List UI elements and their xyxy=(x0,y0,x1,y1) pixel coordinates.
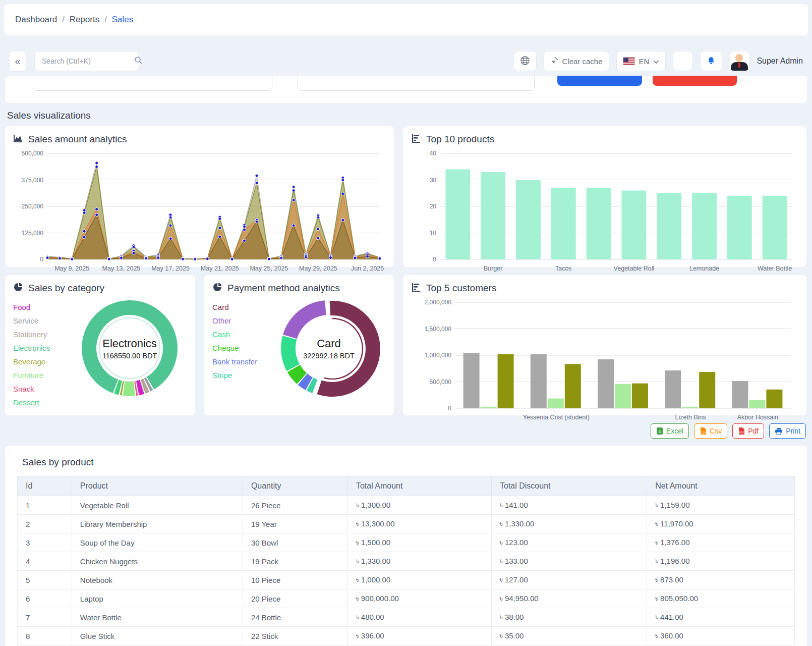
svg-text:Vegetable Roll: Vegetable Roll xyxy=(614,265,655,272)
table-cell: Soup of the Day xyxy=(72,533,243,552)
svg-text:2,000,000: 2,000,000 xyxy=(425,299,452,306)
table-cell: Laptop xyxy=(72,589,243,608)
svg-text:250,000: 250,000 xyxy=(22,203,44,210)
table-cell: 2 xyxy=(18,515,72,533)
language-label: EN xyxy=(639,57,650,66)
svg-text:Akbor Hossain: Akbor Hossain xyxy=(737,414,778,421)
svg-text:May 9, 2025: May 9, 2025 xyxy=(54,265,89,272)
user-name[interactable]: Super Admin xyxy=(757,57,803,66)
column-header: Quantity xyxy=(243,476,347,496)
fullscreen-button[interactable] xyxy=(673,51,693,71)
search-box[interactable] xyxy=(34,51,139,71)
svg-text:Jun 2, 2025: Jun 2, 2025 xyxy=(351,265,384,272)
table-cell: Vegetable Roll xyxy=(72,496,243,515)
svg-text:0: 0 xyxy=(448,405,451,412)
export-print-label: Print xyxy=(786,427,800,435)
table-cell: ৳ 123.00 xyxy=(491,533,647,552)
export-pdf-label: Pdf xyxy=(748,427,759,435)
globe-button[interactable] xyxy=(513,51,537,71)
svg-text:40: 40 xyxy=(430,150,437,157)
legend-item[interactable]: Card xyxy=(212,300,277,314)
table-cell: 8 xyxy=(18,627,72,645)
sales-by-category-card: Sales by category FoodServiceStationeryE… xyxy=(5,275,195,415)
column-header: Product xyxy=(72,476,243,496)
top-products-card: Top 10 products 010203040BurgerTacosVege… xyxy=(403,126,806,267)
bar-chart-icon xyxy=(411,133,421,145)
export-print-button[interactable]: Print xyxy=(769,423,806,439)
table-header-row: IdProductQuantityTotal AmountTotal Disco… xyxy=(18,476,795,496)
table-row: 5Notebook10 Piece৳ 1,000.00৳ 127.00৳ 873… xyxy=(18,571,795,589)
svg-text:0: 0 xyxy=(40,256,43,263)
svg-text:500,000: 500,000 xyxy=(430,379,452,386)
legend-item[interactable]: Food xyxy=(13,300,78,314)
breadcrumb-reports[interactable]: Reports xyxy=(70,15,100,25)
language-selector[interactable]: EN xyxy=(616,51,666,71)
clear-cache-button[interactable]: Clear cache xyxy=(544,51,609,71)
table-cell: ৳ 1,159.00 xyxy=(647,496,795,515)
table-cell: ৳ 900,000.00 xyxy=(347,589,491,608)
table-cell: 26 Piece xyxy=(243,496,347,515)
svg-text:May 25, 2025: May 25, 2025 xyxy=(250,265,288,272)
filter-select-input[interactable] xyxy=(298,76,535,91)
legend-item[interactable]: Stationery xyxy=(13,328,78,341)
notifications-button[interactable] xyxy=(700,51,722,71)
table-cell: 3 xyxy=(18,533,72,552)
top-customers-chart: 0500,0001,000,0001,500,0002,000,000Yesse… xyxy=(411,296,798,425)
svg-text:10: 10 xyxy=(430,230,437,237)
table-cell: ৳ 360.00 xyxy=(647,627,795,645)
svg-text:500,000: 500,000 xyxy=(22,150,44,157)
table-cell: ৳ 35.00 xyxy=(491,627,647,645)
legend-item[interactable]: Bank transfer xyxy=(212,355,277,368)
export-csv-button[interactable]: CSV Csv xyxy=(694,423,727,439)
legend-item[interactable]: Furniture xyxy=(13,368,78,382)
pie-chart-icon xyxy=(212,282,222,294)
sidebar-collapse-button[interactable]: « xyxy=(9,50,26,72)
svg-text:May 29, 2025: May 29, 2025 xyxy=(299,265,337,272)
export-excel-button[interactable]: x Excel xyxy=(651,423,689,439)
svg-text:0: 0 xyxy=(433,256,436,263)
export-pdf-button[interactable]: PDF Pdf xyxy=(732,423,764,439)
table-row: 3Soup of the Day30 Bowl৳ 1,500.00৳ 123.0… xyxy=(18,533,795,552)
svg-text:1,500,000: 1,500,000 xyxy=(425,326,452,333)
legend-item[interactable]: Cash xyxy=(212,328,277,341)
svg-text:CSV: CSV xyxy=(701,431,706,434)
card-title: Top 5 customers xyxy=(426,283,496,294)
user-avatar[interactable] xyxy=(729,51,749,71)
card-title: Sales amount analytics xyxy=(28,134,127,145)
breadcrumb-dashboard[interactable]: Dashboard xyxy=(15,15,57,25)
table-cell: Notebook xyxy=(72,571,243,589)
bell-icon xyxy=(707,56,716,67)
legend-item[interactable]: Beverage xyxy=(13,355,78,368)
legend-item[interactable]: Stripe xyxy=(212,368,277,382)
table-cell: 4 xyxy=(18,552,72,571)
table-cell: ৳ 480.00 xyxy=(347,608,491,627)
svg-text:PDF: PDF xyxy=(739,431,744,434)
legend-item[interactable]: Dessert xyxy=(13,396,78,409)
table-cell: ৳ 805,050.00 xyxy=(647,589,795,608)
filter-submit-button[interactable] xyxy=(557,76,642,86)
legend-item[interactable]: Other xyxy=(212,314,277,328)
export-csv-label: Csv xyxy=(710,427,722,435)
table-cell: ৳ 441.00 xyxy=(647,608,795,627)
column-header: Id xyxy=(18,476,72,496)
column-header: Total Amount xyxy=(347,476,491,496)
legend-item[interactable]: Electronics xyxy=(13,341,78,355)
search-input[interactable] xyxy=(41,57,134,66)
filter-clear-button[interactable] xyxy=(653,76,737,86)
svg-text:Card: Card xyxy=(317,337,341,350)
table-cell: ৳ 1,500.00 xyxy=(347,533,491,552)
svg-text:Water Bottle: Water Bottle xyxy=(758,265,792,272)
legend-item[interactable]: Service xyxy=(13,314,78,328)
legend-item[interactable]: Snack xyxy=(13,382,78,396)
table-cell: 6 xyxy=(18,589,72,608)
breadcrumb-sales: Sales xyxy=(112,15,134,25)
svg-text:Tacos: Tacos xyxy=(555,265,572,272)
pie-chart-icon xyxy=(13,282,23,294)
svg-text:Electronics: Electronics xyxy=(102,337,157,350)
filter-date-input[interactable] xyxy=(33,76,272,91)
search-icon xyxy=(134,56,142,66)
table-cell: ৳ 1,300.00 xyxy=(347,496,491,515)
legend-item[interactable]: Cheque xyxy=(212,341,277,355)
table-cell: 24 Bottle xyxy=(243,608,347,627)
svg-text:1,000,000: 1,000,000 xyxy=(425,352,452,359)
